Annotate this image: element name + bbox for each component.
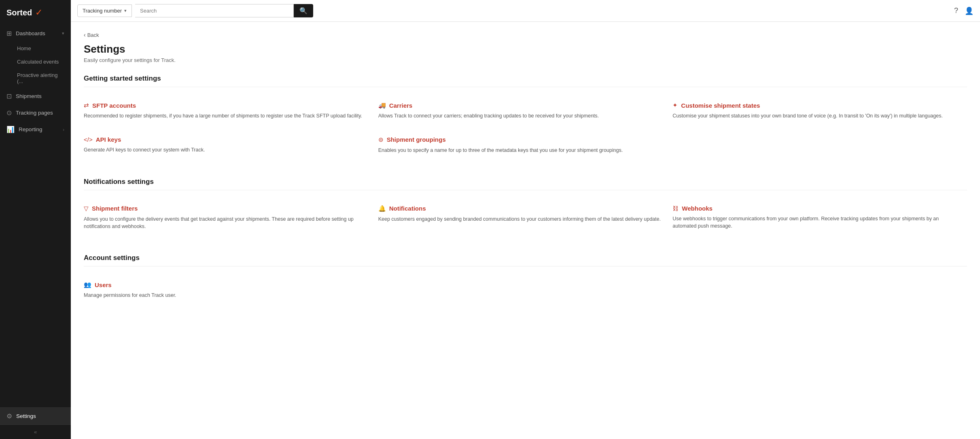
sidebar-item-home[interactable]: Home (0, 42, 71, 55)
card-api-keys[interactable]: </> API keys Generate API keys to connec… (84, 129, 378, 163)
sftp-icon: ⇄ (84, 102, 89, 109)
sidebar-item-proactive-alerting[interactable]: Proactive alerting (... (0, 68, 71, 88)
logo-icon: ✓ (35, 7, 42, 18)
sidebar-item-shipments[interactable]: ⊡ Shipments (0, 88, 71, 104)
card-desc: Allows Track to connect your carriers; e… (378, 112, 663, 120)
topbar-right: ? 👤 (954, 6, 974, 15)
card-desc: Customise your shipment statuses into yo… (672, 112, 957, 120)
card-title: API keys (96, 136, 121, 143)
search-input-wrap: 🔍 (135, 4, 313, 17)
webhook-icon: ⛓ (672, 205, 679, 212)
sidebar-item-reporting[interactable]: 📊 Reporting › (0, 121, 71, 138)
section-notifications: Notifications settings ▽ Shipment filter… (84, 178, 967, 240)
card-title: Users (95, 281, 112, 288)
search-type-dropdown[interactable]: Tracking number ▾ (77, 4, 132, 17)
app-logo: Sorted ✓ (0, 0, 71, 23)
sidebar-sub-label: Home (17, 45, 31, 51)
card-customise-shipment-states[interactable]: ✦ Customise shipment states Customise yo… (672, 94, 967, 129)
getting-started-cards: ⇄ SFTP accounts Recommended to register … (84, 94, 967, 163)
sidebar-item-calculated-events[interactable]: Calculated events (0, 55, 71, 68)
help-icon[interactable]: ? (954, 6, 958, 15)
card-header: ✦ Customise shipment states (672, 102, 957, 109)
chevron-right-icon: › (63, 127, 64, 132)
section-getting-started-title: Getting started settings (84, 75, 967, 87)
filter-icon: ▽ (84, 205, 89, 212)
sidebar-settings-label: Settings (16, 413, 36, 419)
card-title: SFTP accounts (92, 102, 136, 109)
card-header: 🚚 Carriers (378, 102, 663, 109)
card-desc: Generate API keys to connect your system… (84, 146, 369, 154)
tracking-pages-icon: ⊙ (6, 109, 12, 117)
nav-section-main: ⊞ Dashboards ▾ Home Calculated events Pr… (0, 23, 71, 139)
card-desc: Use webhooks to trigger communications f… (672, 215, 957, 230)
search-input[interactable] (135, 4, 294, 17)
card-users[interactable]: 👥 Users Manage permissions for each Trac… (84, 274, 378, 308)
topbar: Tracking number ▾ 🔍 ? 👤 (71, 0, 980, 22)
sidebar-item-label: Tracking pages (16, 110, 53, 116)
card-desc: Manage permissions for each Track user. (84, 292, 369, 299)
api-icon: </> (84, 136, 93, 143)
notification-icon: 🔔 (378, 205, 386, 212)
main-content: Tracking number ▾ 🔍 ? 👤 ‹ Back Settings … (71, 0, 980, 439)
account-cards: 👥 Users Manage permissions for each Trac… (84, 274, 967, 308)
card-header: ⊜ Shipment groupings (378, 136, 663, 143)
sidebar-item-label: Dashboards (16, 30, 45, 36)
user-icon[interactable]: 👤 (965, 6, 974, 15)
sidebar-item-tracking-pages[interactable]: ⊙ Tracking pages (0, 104, 71, 121)
card-notifications[interactable]: 🔔 Notifications Keep customers engaged b… (378, 198, 673, 240)
carriers-icon: 🚚 (378, 102, 386, 109)
card-header: ⛓ Webhooks (672, 205, 957, 212)
card-title: Carriers (389, 102, 413, 109)
card-desc: Recommended to register shipments, if yo… (84, 112, 369, 120)
dashboards-icon: ⊞ (6, 30, 12, 37)
section-notifications-title: Notifications settings (84, 178, 967, 190)
card-title: Shipment groupings (387, 136, 446, 143)
reporting-icon: 📊 (6, 126, 15, 133)
users-icon: 👥 (84, 281, 91, 288)
sidebar-sub-label: Calculated events (17, 59, 59, 65)
search-icon: 🔍 (299, 7, 308, 14)
card-header: </> API keys (84, 136, 369, 143)
chevron-down-icon: ▾ (62, 31, 64, 36)
card-header: ⇄ SFTP accounts (84, 102, 369, 109)
search-button[interactable]: 🔍 (294, 4, 313, 17)
sidebar-collapse-button[interactable]: « (0, 424, 71, 439)
logo-text: Sorted (6, 8, 32, 17)
card-header: ▽ Shipment filters (84, 205, 369, 212)
customise-icon: ✦ (672, 102, 678, 109)
card-carriers[interactable]: 🚚 Carriers Allows Track to connect your … (378, 94, 673, 129)
sidebar-sub-label: Proactive alerting (... (17, 72, 57, 84)
page-title: Settings (84, 43, 967, 55)
card-header: 👥 Users (84, 281, 369, 288)
chevron-down-icon: ▾ (124, 8, 127, 13)
sidebar: Sorted ✓ ⊞ Dashboards ▾ Home Calculated … (0, 0, 71, 439)
section-account: Account settings 👥 Users Manage permissi… (84, 254, 967, 308)
page-content: ‹ Back Settings Easily configure your se… (71, 22, 980, 439)
card-title: Webhooks (682, 205, 713, 212)
card-title: Shipment filters (92, 205, 138, 212)
back-arrow-icon: ‹ (84, 32, 86, 38)
section-getting-started: Getting started settings ⇄ SFTP accounts… (84, 75, 967, 163)
sidebar-bottom: ⚙ Settings « (0, 407, 71, 439)
groupings-icon: ⊜ (378, 136, 384, 143)
page-subtitle: Easily configure your settings for Track… (84, 57, 967, 63)
card-desc: Allows you to configure the delivery eve… (84, 215, 369, 231)
collapse-icon: « (34, 429, 37, 435)
notifications-cards: ▽ Shipment filters Allows you to configu… (84, 198, 967, 240)
card-sftp-accounts[interactable]: ⇄ SFTP accounts Recommended to register … (84, 94, 378, 129)
sidebar-item-label: Shipments (16, 93, 42, 99)
sidebar-item-label: Reporting (19, 126, 42, 132)
sidebar-item-dashboards[interactable]: ⊞ Dashboards ▾ (0, 25, 71, 42)
sidebar-item-settings[interactable]: ⚙ Settings (0, 408, 71, 424)
section-account-title: Account settings (84, 254, 967, 266)
card-desc: Keep customers engaged by sending brande… (378, 215, 663, 223)
card-webhooks[interactable]: ⛓ Webhooks Use webhooks to trigger commu… (672, 198, 967, 240)
card-header: 🔔 Notifications (378, 205, 663, 212)
search-type-label: Tracking number (83, 8, 122, 14)
card-title: Notifications (389, 205, 426, 212)
card-shipment-groupings[interactable]: ⊜ Shipment groupings Enables you to spec… (378, 129, 673, 163)
card-shipment-filters[interactable]: ▽ Shipment filters Allows you to configu… (84, 198, 378, 240)
breadcrumb-back[interactable]: ‹ Back (84, 32, 967, 38)
card-title: Customise shipment states (681, 102, 760, 109)
settings-icon: ⚙ (6, 412, 12, 420)
